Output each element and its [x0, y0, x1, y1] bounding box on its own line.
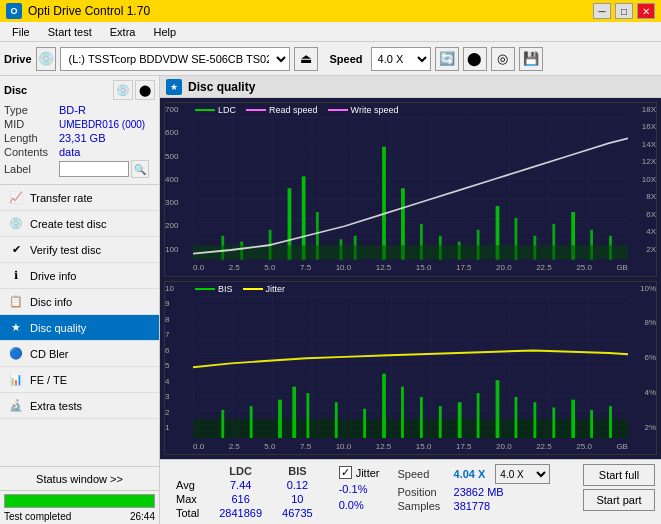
disc-mid-value: UMEBDR016 (000)	[59, 119, 145, 130]
sidebar-item-fe-te[interactable]: 📊 FE / TE	[0, 367, 159, 393]
sidebar-item-drive-info[interactable]: ℹ Drive info	[0, 263, 159, 289]
disc-icon-btn1[interactable]: 💿	[113, 80, 133, 100]
svg-rect-29	[278, 399, 282, 438]
sidebar-item-verify-test-disc[interactable]: ✔ Verify test disc	[0, 237, 159, 263]
jitter-checkbox[interactable]: ✓	[339, 466, 352, 479]
svg-rect-44	[571, 399, 575, 438]
extra-tests-icon: 🔬	[8, 398, 24, 414]
menu-start-test[interactable]: Start test	[40, 24, 100, 40]
svg-rect-42	[533, 402, 536, 438]
speed-main-label: Speed	[398, 468, 448, 480]
disc-mid-label: MID	[4, 118, 59, 130]
max-ldc: 616	[209, 492, 272, 506]
speed-select[interactable]: 4.0 X	[371, 47, 431, 71]
legend-ldc-label: LDC	[218, 105, 236, 115]
disc-type-label: Type	[4, 104, 59, 116]
speed-dropdown[interactable]: 4.0 X	[495, 464, 550, 484]
sidebar-item-cd-bler[interactable]: 🔵 CD Bler	[0, 341, 159, 367]
svg-rect-31	[306, 393, 309, 438]
charts-area: LDC Read speed Write speed 700 600 50	[160, 98, 661, 459]
refresh-button[interactable]: 🔄	[435, 47, 459, 71]
jitter-avg-row: -0.1%	[339, 483, 380, 495]
drive-icon-btn[interactable]: 💿	[36, 47, 56, 71]
col-ldc: LDC	[209, 464, 272, 478]
speed-label: Speed	[330, 53, 363, 65]
fe-te-icon: 📊	[8, 372, 24, 388]
disc-length-label: Length	[4, 132, 59, 144]
sidebar-item-transfer-rate[interactable]: 📈 Transfer rate	[0, 185, 159, 211]
svg-rect-10	[382, 147, 386, 260]
fe-te-label: FE / TE	[30, 374, 67, 386]
disc-quality-header-icon: ★	[166, 79, 182, 95]
titlebar: O Opti Drive Control 1.70 ─ □ ✕	[0, 0, 661, 22]
start-part-button[interactable]: Start part	[583, 489, 655, 511]
cd-bler-label: CD Bler	[30, 348, 69, 360]
disc-label-label: Label	[4, 163, 59, 175]
disc-info-label: Disc info	[30, 296, 72, 308]
svg-rect-46	[609, 406, 612, 438]
upper-chart-svg	[193, 117, 628, 260]
disc-contents-row: Contents data	[4, 146, 155, 158]
lower-y-axis-right: 10% 8% 6% 4% 2%	[628, 282, 656, 435]
main-layout: Disc 💿 ⬤ Type BD-R MID UMEBDR016 (000) L…	[0, 76, 661, 524]
minimize-button[interactable]: ─	[593, 3, 611, 19]
progress-bar	[4, 494, 155, 508]
menu-extra[interactable]: Extra	[102, 24, 144, 40]
sidebar-item-disc-info[interactable]: 📋 Disc info	[0, 289, 159, 315]
close-button[interactable]: ✕	[637, 3, 655, 19]
speed-main-value: 4.04 X	[454, 468, 486, 480]
jitter-avg: -0.1%	[339, 483, 368, 495]
upper-chart-inner	[193, 117, 628, 260]
max-label: Max	[166, 492, 209, 506]
svg-rect-30	[292, 386, 296, 438]
maximize-button[interactable]: □	[615, 3, 633, 19]
avg-ldc: 7.44	[209, 478, 272, 492]
disc-type-row: Type BD-R	[4, 104, 155, 116]
svg-rect-45	[590, 410, 593, 439]
label-set-button[interactable]: 🔍	[131, 160, 149, 178]
svg-rect-40	[496, 380, 500, 438]
disc-quality-label: Disc quality	[30, 322, 86, 334]
lower-chart: BIS Jitter 10 9 8 7 6 5 4 3	[164, 281, 657, 456]
lower-chart-inner	[193, 296, 628, 439]
cd-bler-icon: 🔵	[8, 346, 24, 362]
drive-select[interactable]: (L:) TSSTcorp BDDVDW SE-506CB TS02	[60, 47, 290, 71]
disc-type-value: BD-R	[59, 104, 86, 116]
content-area: ★ Disc quality LDC Read speed	[160, 76, 661, 524]
svg-rect-41	[515, 397, 518, 438]
svg-rect-36	[420, 397, 423, 438]
menu-file[interactable]: File	[4, 24, 38, 40]
save-button[interactable]: 💾	[519, 47, 543, 71]
extra-tests-label: Extra tests	[30, 400, 82, 412]
sidebar-item-extra-tests[interactable]: 🔬 Extra tests	[0, 393, 159, 419]
upper-x-axis: 0.0 2.5 5.0 7.5 10.0 12.5 15.0 17.5 20.0…	[193, 260, 628, 276]
progress-fill	[5, 495, 154, 507]
sidebar-item-create-test-disc[interactable]: 💿 Create test disc	[0, 211, 159, 237]
eject-button[interactable]: ⏏	[294, 47, 318, 71]
start-full-button[interactable]: Start full	[583, 464, 655, 486]
svg-rect-39	[477, 393, 480, 438]
status-text: Test completed	[4, 511, 71, 522]
disc-icon-btn2[interactable]: ⬤	[135, 80, 155, 100]
menu-help[interactable]: Help	[145, 24, 184, 40]
jitter-max: 0.0%	[339, 499, 364, 511]
sidebar-item-disc-quality[interactable]: ★ Disc quality	[0, 315, 159, 341]
avg-bis: 0.12	[272, 478, 323, 492]
action-buttons: Start full Start part	[583, 464, 655, 511]
svg-rect-35	[401, 386, 404, 438]
col-bis: BIS	[272, 464, 323, 478]
disc-label-input[interactable]	[59, 161, 129, 177]
svg-rect-33	[363, 408, 366, 438]
disc-title: Disc	[4, 84, 27, 96]
disc-button2[interactable]: ◎	[491, 47, 515, 71]
titlebar-left: O Opti Drive Control 1.70	[6, 3, 150, 19]
avg-label: Avg	[166, 478, 209, 492]
drive-info-label: Drive info	[30, 270, 76, 282]
disc-button1[interactable]: ⬤	[463, 47, 487, 71]
max-bis: 10	[272, 492, 323, 506]
disc-quality-header: ★ Disc quality	[160, 76, 661, 98]
total-label: Total	[166, 506, 209, 520]
legend-jitter: Jitter	[243, 284, 286, 294]
upper-y-axis-right: 18X 16X 14X 12X 10X 8X 6X 4X 2X	[628, 103, 656, 256]
status-window-button[interactable]: Status window >>	[0, 467, 159, 491]
